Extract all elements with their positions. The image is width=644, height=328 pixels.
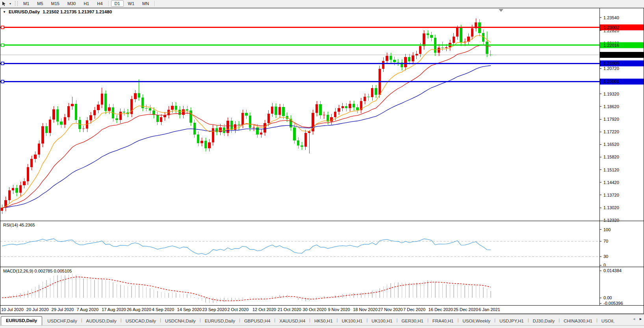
chart-tab-eurusd-daily[interactable]: EURUSD,Daily xyxy=(201,317,239,325)
svg-text:2 Oct 2020: 2 Oct 2020 xyxy=(227,307,249,312)
svg-text:30 Oct 2020: 30 Oct 2020 xyxy=(303,307,327,312)
svg-text:1.15820: 1.15820 xyxy=(603,155,619,159)
chart-symbol-label: EURUSD,Daily xyxy=(9,9,40,14)
chart-shift-marker[interactable] xyxy=(499,9,503,12)
timeframe-button-m5[interactable]: M5 xyxy=(33,0,46,7)
chart-tab-usoil-[interactable]: USOil, xyxy=(598,317,618,325)
svg-text:12 Oct 2020: 12 Oct 2020 xyxy=(252,307,276,312)
svg-text:-0.005396: -0.005396 xyxy=(603,301,623,306)
svg-text:4 Sep 2020: 4 Sep 2020 xyxy=(152,307,174,312)
chart-tab-uk100-h1[interactable]: UK100,H1 xyxy=(338,317,366,325)
macd-indicator-label: MACD(12,26,9) 0.002785 0.005105 xyxy=(3,269,72,273)
chart-tab-xauusd-h4[interactable]: XAUUSD,H4 xyxy=(276,317,309,325)
chart-tab-usdjpy-h1[interactable]: USDJPY,H1 xyxy=(496,317,527,325)
svg-text:1.21480: 1.21480 xyxy=(603,53,619,57)
svg-text:1.23002: 1.23002 xyxy=(603,25,619,30)
svg-text:0.00: 0.00 xyxy=(603,295,612,300)
svg-text:29 Jul 2020: 29 Jul 2020 xyxy=(52,307,74,312)
tab-scroll-right-icon[interactable]: ► xyxy=(639,317,642,321)
timeframe-button-mn[interactable]: MN xyxy=(139,0,152,7)
svg-text:1.15120: 1.15120 xyxy=(603,168,619,172)
svg-text:27 Nov 2020: 27 Nov 2020 xyxy=(378,307,403,312)
chart-tab-ger30-h1[interactable]: GER30,H1 xyxy=(398,317,427,325)
svg-text:70: 70 xyxy=(603,239,608,243)
svg-text:1.21009: 1.21009 xyxy=(603,61,619,66)
chart-window: 1.235401.228201.221201.214201.207201.200… xyxy=(0,8,644,314)
svg-text:25 Dec 2020: 25 Dec 2020 xyxy=(453,307,478,312)
svg-text:1.17920: 1.17920 xyxy=(603,117,619,122)
chart-tab-gbpusd-h4[interactable]: GBPUSD,H4 xyxy=(241,317,274,325)
svg-text:1.19320: 1.19320 xyxy=(603,92,619,96)
timeframe-toolbar: ▾ M1M5M15M30H1H4D1W1MN xyxy=(0,0,644,7)
timeframe-button-m30[interactable]: M30 xyxy=(64,0,79,7)
timeframe-button-h1[interactable]: H1 xyxy=(80,0,93,7)
svg-text:20 Jul 2020: 20 Jul 2020 xyxy=(26,307,49,312)
chart-collapse-icon[interactable]: ▼ xyxy=(3,10,6,14)
svg-text:0.014384: 0.014384 xyxy=(603,268,622,273)
svg-text:14 Sep 2020: 14 Sep 2020 xyxy=(177,307,202,312)
chart-ohlc-values: 1.21502 1.21735 1.21397 1.21480 xyxy=(43,9,112,14)
svg-text:16 Dec 2020: 16 Dec 2020 xyxy=(429,307,453,312)
svg-text:1.20001: 1.20001 xyxy=(603,79,619,84)
svg-text:17 Aug 2020: 17 Aug 2020 xyxy=(102,307,126,312)
pointer-arrow-icon xyxy=(2,1,6,6)
svg-text:7 Aug 2020: 7 Aug 2020 xyxy=(76,307,98,312)
svg-text:7 Dec 2020: 7 Dec 2020 xyxy=(403,307,425,312)
tab-scroll-left-icon[interactable]: ◄ xyxy=(632,317,636,321)
chart-tab-audusd-daily[interactable]: AUDUSD,Daily xyxy=(83,317,120,325)
chart-tab-bar: EURUSD,DailyUSDCHF,Daily|AUDUSD,Daily|US… xyxy=(0,314,644,328)
svg-text:26 Aug 2020: 26 Aug 2020 xyxy=(127,307,151,312)
svg-text:30: 30 xyxy=(603,254,608,259)
svg-text:10 Jul 2020: 10 Jul 2020 xyxy=(1,307,24,312)
chart-tab-usdcad-daily[interactable]: USDCAD,Daily xyxy=(122,317,160,325)
chart-tab-hk50-h1[interactable]: HK50,H1 xyxy=(311,317,336,325)
svg-text:1.16520: 1.16520 xyxy=(603,142,619,147)
svg-text:1.22016: 1.22016 xyxy=(603,43,619,48)
chart-tab-eurusd-daily[interactable]: EURUSD,Daily xyxy=(1,316,42,325)
svg-text:1.13020: 1.13020 xyxy=(603,205,619,210)
mt4-application: ▾ M1M5M15M30H1H4D1W1MN 1.235401.228201.2… xyxy=(0,0,644,328)
timeframe-button-h4[interactable]: H4 xyxy=(93,0,106,7)
price-chart-canvas[interactable]: 1.235401.228201.221201.214201.207201.200… xyxy=(0,8,644,314)
cursor-tool-icon[interactable] xyxy=(0,0,8,7)
toolbar-grip-handle[interactable] xyxy=(15,1,18,6)
svg-text:0: 0 xyxy=(603,263,606,267)
svg-text:1.20720: 1.20720 xyxy=(603,66,619,71)
timeframe-button-m15[interactable]: M15 xyxy=(48,0,63,7)
chart-tab-dj30-daily[interactable]: DJ30,Daily xyxy=(529,317,559,325)
chart-title: ▼ EURUSD,Daily 1.21502 1.21735 1.21397 1… xyxy=(3,9,112,14)
svg-text:1.18620: 1.18620 xyxy=(603,104,619,109)
svg-text:1.23540: 1.23540 xyxy=(603,15,619,20)
svg-text:18 Nov 2020: 18 Nov 2020 xyxy=(353,307,377,312)
toolbar-dropdown-caret[interactable]: ▾ xyxy=(8,2,13,6)
chart-tab-china300-h1[interactable]: CHINA300,H1 xyxy=(560,317,596,325)
svg-text:6 Jan 2021: 6 Jan 2021 xyxy=(479,307,500,312)
chart-tab-usdcnh-daily[interactable]: USDCNH,Daily xyxy=(161,317,199,325)
svg-text:100: 100 xyxy=(603,227,611,232)
timeframe-button-w1[interactable]: W1 xyxy=(124,0,138,7)
svg-text:1.17220: 1.17220 xyxy=(603,129,619,134)
svg-text:9 Nov 2020: 9 Nov 2020 xyxy=(328,307,350,312)
rsi-indicator-label: RSI(14) 45.2365 xyxy=(3,223,35,227)
svg-text:1.13720: 1.13720 xyxy=(603,193,619,197)
chart-tab-fra40-h1[interactable]: FRA40,H1 xyxy=(429,317,457,325)
svg-text:1.14420: 1.14420 xyxy=(603,180,619,185)
chart-tab-usoil-weekly[interactable]: USOil,Weekly xyxy=(459,317,494,325)
timeframe-button-d1[interactable]: D1 xyxy=(111,0,124,7)
svg-text:21 Oct 2020: 21 Oct 2020 xyxy=(278,307,301,312)
chart-tab-usdchf-daily[interactable]: USDCHF,Daily xyxy=(44,317,80,325)
tab-bar-strip xyxy=(0,325,644,328)
svg-text:23 Sep 2020: 23 Sep 2020 xyxy=(202,307,226,312)
timeframe-button-m1[interactable]: M1 xyxy=(20,0,33,7)
chart-tab-uk100-h1[interactable]: UK100,H1 xyxy=(368,317,396,325)
